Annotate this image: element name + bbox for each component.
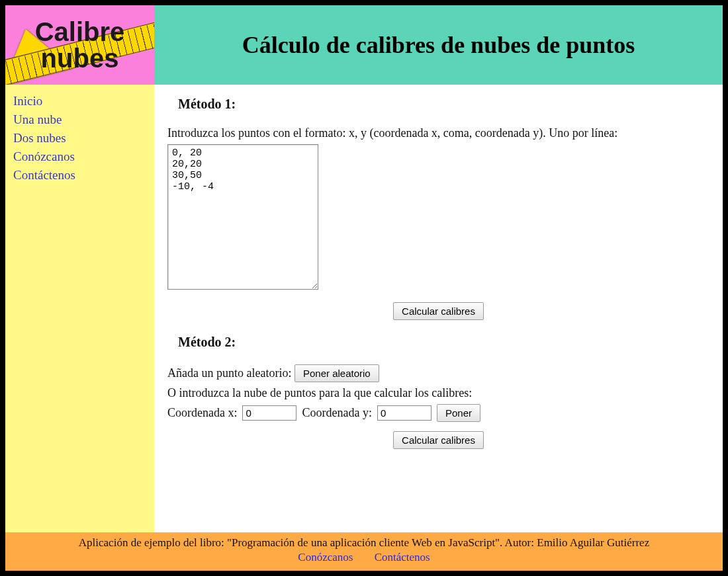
- header: Calibre nubes Cálculo de calibres de nub…: [5, 5, 723, 85]
- coord-y-label: Coordenada y:: [302, 406, 371, 420]
- method1-title: Método 1:: [178, 97, 709, 112]
- random-row: Añada un punto aleatorio: Poner aleatori…: [167, 364, 709, 382]
- method1-instruction: Introduzca los puntos con el formato: x,…: [167, 126, 709, 140]
- random-label: Añada un punto aleatorio:: [167, 366, 291, 380]
- sidebar-item-contactenos[interactable]: Contáctenos: [13, 168, 146, 183]
- logo-text: Calibre nubes: [35, 19, 125, 71]
- sidebar-item-dos-nubes[interactable]: Dos nubes: [13, 131, 146, 145]
- sidebar-item-una-nube[interactable]: Una nube: [13, 112, 146, 127]
- manual-label: O introduzca la nube de puntos para la q…: [167, 386, 709, 400]
- coord-x-label: Coordenada x:: [167, 406, 237, 420]
- calc-button-2[interactable]: Calcular calibres: [393, 431, 484, 449]
- page-title: Cálculo de calibres de nubes de puntos: [242, 31, 635, 59]
- app-frame: Calibre nubes Cálculo de calibres de nub…: [0, 0, 728, 576]
- sidebar-item-inicio[interactable]: Inicio: [13, 94, 146, 108]
- main-content: Método 1: Introduzca los puntos con el f…: [154, 85, 723, 532]
- calc-button-1[interactable]: Calcular calibres: [393, 302, 484, 320]
- coord-y-input[interactable]: [377, 405, 432, 421]
- logo: Calibre nubes: [5, 5, 154, 85]
- coord-row: Coordenada x: Coordenada y: Poner: [167, 404, 709, 422]
- footer-links: Conózcanos Contáctenos: [12, 551, 716, 564]
- coord-x-input[interactable]: [242, 405, 296, 421]
- title-box: Cálculo de calibres de nubes de puntos: [154, 5, 723, 85]
- logo-line2: nubes: [41, 44, 119, 73]
- footer: Aplicación de ejemplo del libro: "Progra…: [5, 532, 723, 571]
- random-button[interactable]: Poner aleatorio: [295, 364, 379, 382]
- footer-text: Aplicación de ejemplo del libro: "Progra…: [12, 536, 716, 550]
- method2-title: Método 2:: [178, 335, 709, 350]
- logo-line1: Calibre: [35, 17, 125, 46]
- sidebar-item-conozcanos[interactable]: Conózcanos: [13, 149, 146, 164]
- footer-link-contactenos[interactable]: Contáctenos: [375, 551, 430, 563]
- put-button[interactable]: Poner: [437, 404, 480, 422]
- body: Inicio Una nube Dos nubes Conózcanos Con…: [5, 85, 723, 532]
- sidebar: Inicio Una nube Dos nubes Conózcanos Con…: [5, 85, 154, 532]
- points-textarea[interactable]: [167, 144, 318, 290]
- footer-link-conozcanos[interactable]: Conózcanos: [298, 551, 353, 563]
